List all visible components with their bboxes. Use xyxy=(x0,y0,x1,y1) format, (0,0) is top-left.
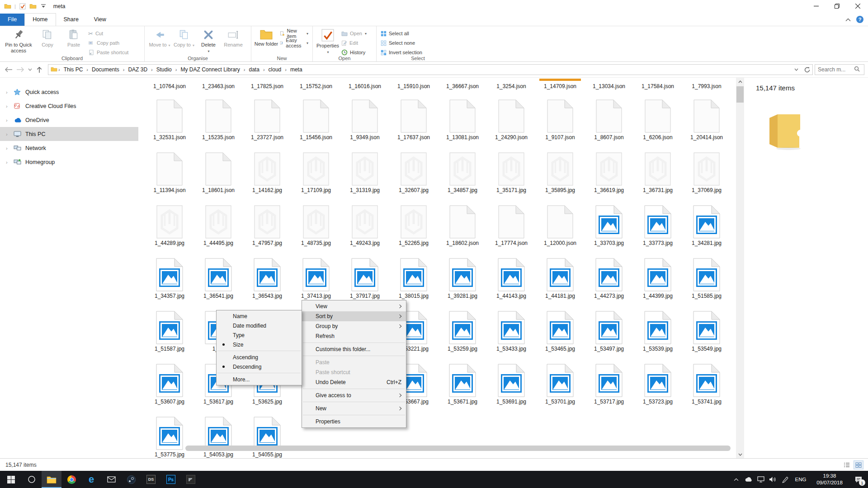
new-folder-button[interactable]: New folder xyxy=(254,28,278,56)
file-item[interactable]: 1_53497.jpg xyxy=(586,311,632,352)
start-taskbar-icon[interactable] xyxy=(0,471,22,488)
search-icon[interactable] xyxy=(854,66,860,74)
file-item[interactable]: 1_12000.json xyxy=(538,205,583,246)
vertical-scrollbar-thumb[interactable] xyxy=(736,86,744,103)
file-item[interactable]: 1_35895.jpg xyxy=(538,152,583,193)
breadcrumb-segment-cloud[interactable]: cloud xyxy=(266,66,284,73)
file-item[interactable]: 1_15910.json xyxy=(391,82,436,89)
select-all-button[interactable]: Select all xyxy=(379,29,424,38)
file-item[interactable]: 1_53671.jpg xyxy=(440,364,485,405)
file-item[interactable]: 1_53465.jpg xyxy=(538,311,583,352)
file-item[interactable]: 1_18601.json xyxy=(196,152,241,193)
file-item[interactable]: 1_36543.jpg xyxy=(245,258,290,299)
file-item[interactable]: 1_53259.jpg xyxy=(440,311,485,352)
menu-item-view[interactable]: View xyxy=(302,301,406,311)
minimize-button[interactable] xyxy=(806,0,826,12)
file-item[interactable]: 1_53549.jpg xyxy=(684,311,729,352)
file-item[interactable]: 1_36619.jpg xyxy=(586,152,632,193)
properties-qat-icon[interactable] xyxy=(19,3,26,10)
file-item[interactable]: 1_6206.json xyxy=(635,99,680,141)
file-item[interactable]: 1_44495.jpg xyxy=(196,205,241,246)
file-item[interactable]: 1_17109.jpg xyxy=(293,152,339,193)
new-item-button[interactable]: New item▾ xyxy=(278,29,310,38)
details-view-button[interactable] xyxy=(842,460,852,469)
tab-file[interactable]: File xyxy=(0,14,24,26)
network-tray-icon[interactable] xyxy=(755,471,767,488)
file-item[interactable]: 1_10764.json xyxy=(147,82,192,89)
volume-tray-icon[interactable] xyxy=(767,471,779,488)
file-item[interactable]: 1_33703.jpg xyxy=(586,205,632,246)
file-item[interactable]: 1_38015.jpg xyxy=(391,258,436,299)
close-button[interactable] xyxy=(847,0,868,12)
breadcrumb-segment-documents[interactable]: Documents xyxy=(89,66,122,73)
back-button[interactable] xyxy=(3,64,14,75)
breadcrumb-segment-daz-3d[interactable]: DAZ 3D xyxy=(125,66,150,73)
file-item[interactable]: 1_14709.json xyxy=(538,82,583,89)
search-input[interactable] xyxy=(818,66,854,73)
pen-tray-icon[interactable] xyxy=(779,471,791,488)
expand-chevron-icon[interactable]: › xyxy=(6,103,14,109)
file-item[interactable]: 1_15752.json xyxy=(293,82,339,89)
new-folder-qat-icon[interactable] xyxy=(29,3,37,10)
file-item[interactable]: 1_53607.jpg xyxy=(147,364,192,405)
breadcrumb-segment-meta[interactable]: meta xyxy=(288,66,305,73)
select-none-button[interactable]: Select none xyxy=(379,39,424,47)
file-item[interactable]: 1_15235.json xyxy=(196,99,241,141)
file-item[interactable]: 1_17774.json xyxy=(489,205,534,246)
action-center-icon[interactable]: 1 xyxy=(849,471,868,488)
file-item[interactable]: 1_16016.json xyxy=(342,82,387,89)
language-indicator[interactable]: ENG xyxy=(791,477,810,482)
daz-studio-taskbar-icon[interactable]: DS xyxy=(141,471,161,488)
breadcrumb-segment-my-daz-connect-library[interactable]: My DAZ Connect Library xyxy=(178,66,242,73)
file-item[interactable]: 1_53691.jpg xyxy=(489,364,534,405)
clock[interactable]: 19:38 09/07/2018 xyxy=(810,473,849,486)
file-item[interactable]: 1_3254.json xyxy=(489,82,534,89)
menu-item-give-access-to[interactable]: Give access to xyxy=(302,390,406,400)
photoshop-taskbar-icon[interactable]: Ps xyxy=(161,471,181,488)
file-item[interactable]: 1_11394.json xyxy=(147,152,192,193)
file-item[interactable]: 1_14162.jpg xyxy=(245,152,290,193)
breadcrumb-segment-this-pc[interactable]: This PC xyxy=(61,66,86,73)
properties-button[interactable]: Properties▾ xyxy=(316,28,340,56)
file-item[interactable]: 1_51585.jpg xyxy=(684,258,729,299)
file-item[interactable]: 1_49243.jpg xyxy=(342,205,387,246)
expand-chevron-icon[interactable]: › xyxy=(6,160,14,165)
pin-to-quick-access-button[interactable]: Pin to Quick access xyxy=(3,28,34,56)
file-item[interactable]: 1_8607.json xyxy=(586,99,632,141)
recent-locations-chevron-icon[interactable] xyxy=(26,64,33,75)
file-item[interactable]: 1_53723.jpg xyxy=(635,364,680,405)
file-item[interactable]: 1_53701.jpg xyxy=(538,364,583,405)
file-item[interactable]: 1_44143.jpg xyxy=(489,258,534,299)
menu-item-more[interactable]: More... xyxy=(217,375,302,384)
file-item[interactable]: 1_9107.json xyxy=(538,99,583,141)
file-item[interactable]: 1_53433.jpg xyxy=(489,311,534,352)
menu-item-new[interactable]: New xyxy=(302,404,406,413)
vertical-scrollbar[interactable] xyxy=(736,78,744,458)
sidebar-item-quick-access[interactable]: ›Quick access xyxy=(0,85,138,99)
file-item[interactable]: 1_36541.jpg xyxy=(196,258,241,299)
refresh-icon[interactable] xyxy=(802,64,812,75)
file-item[interactable]: 1_34281.jpg xyxy=(684,205,729,246)
large-icons-view-button[interactable] xyxy=(854,460,863,469)
file-item[interactable]: 1_13081.json xyxy=(440,99,485,141)
menu-item-name[interactable]: Name xyxy=(217,311,302,321)
scroll-up-icon[interactable] xyxy=(736,78,744,85)
file-item[interactable]: 1_7993.json xyxy=(684,82,729,89)
mail-taskbar-icon[interactable] xyxy=(101,471,121,488)
file-item[interactable]: 1_44399.jpg xyxy=(635,258,680,299)
file-item[interactable]: 1_13034.json xyxy=(586,82,632,89)
easy-access-button[interactable]: Easy access▾ xyxy=(278,39,310,47)
scroll-down-icon[interactable] xyxy=(736,450,744,458)
menu-item-type[interactable]: Type xyxy=(217,330,302,340)
expand-chevron-icon[interactable]: › xyxy=(6,89,14,95)
onedrive-tray-icon[interactable] xyxy=(742,471,755,488)
search-box[interactable] xyxy=(815,64,864,75)
breadcrumb-field[interactable]: ›This PC›Documents›DAZ 3D›Studio›My DAZ … xyxy=(48,64,813,75)
file-item[interactable]: 1_53741.jpg xyxy=(684,364,729,405)
file-item[interactable]: 1_18602.json xyxy=(440,205,485,246)
file-item[interactable]: 1_37917.jpg xyxy=(342,258,387,299)
menu-item-descending[interactable]: Descending xyxy=(217,362,302,371)
sidebar-item-homegroup[interactable]: ›Homegroup xyxy=(0,155,138,169)
file-item[interactable]: 1_36667.json xyxy=(440,82,485,89)
help-icon[interactable]: ? xyxy=(856,16,863,23)
